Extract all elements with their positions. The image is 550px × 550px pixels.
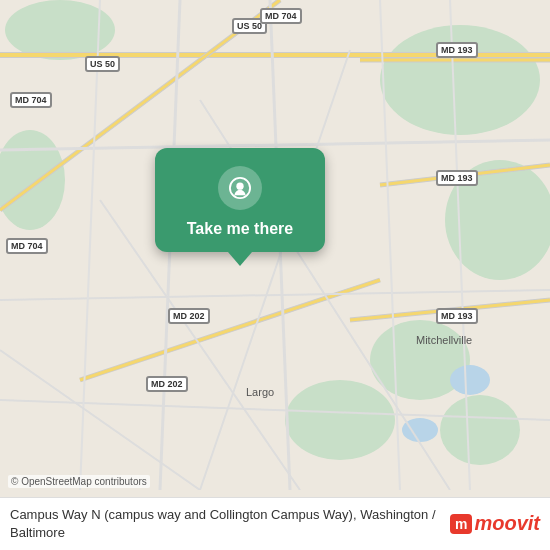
tooltip-label: Take me there — [187, 220, 293, 238]
largo-label: Largo — [246, 386, 274, 398]
badge-us50-left: US 50 — [85, 56, 120, 72]
moovit-logo-text: moovit — [474, 512, 540, 535]
badge-md202-2: MD 202 — [146, 376, 188, 392]
tooltip-box[interactable]: Take me there — [155, 148, 325, 252]
badge-md704-left2: MD 704 — [6, 238, 48, 254]
tooltip-arrow — [228, 252, 252, 266]
svg-line-26 — [80, 0, 100, 490]
info-bar: Campus Way N (campus way and Collington … — [0, 497, 550, 550]
svg-point-34 — [236, 183, 243, 190]
badge-md193-right1: MD 193 — [436, 42, 478, 58]
svg-point-6 — [440, 395, 520, 465]
tooltip-popup[interactable]: Take me there — [155, 148, 325, 266]
attribution-text: © OpenStreetMap contributors — [8, 475, 150, 488]
svg-point-8 — [402, 418, 438, 442]
badge-md704-left: MD 704 — [10, 92, 52, 108]
location-pin-icon — [229, 177, 251, 199]
location-description: Campus Way N (campus way and Collington … — [10, 506, 442, 542]
svg-point-7 — [450, 365, 490, 395]
mitchellville-label: Mitchellville — [416, 334, 472, 346]
svg-line-24 — [0, 290, 550, 300]
svg-point-4 — [0, 130, 65, 230]
moovit-logo: m moovit — [450, 512, 540, 535]
map-container: US 50 US 50 MD 704 MD 704 MD 704 MD 193 … — [0, 0, 550, 550]
svg-point-5 — [285, 380, 395, 460]
badge-md202-1: MD 202 — [168, 308, 210, 324]
badge-md193-right2: MD 193 — [436, 170, 478, 186]
location-icon-wrapper — [218, 166, 262, 210]
badge-md704-top: MD 704 — [260, 8, 302, 24]
moovit-m-icon: m — [450, 514, 472, 534]
badge-md193-right3: MD 193 — [436, 308, 478, 324]
